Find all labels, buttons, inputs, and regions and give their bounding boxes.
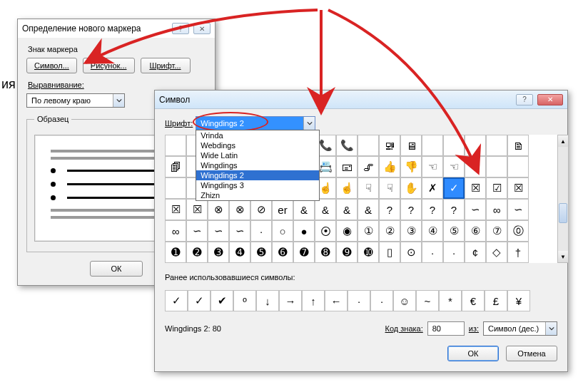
font-option[interactable]: Webdings	[196, 140, 319, 150]
symbol-cell[interactable]: ☝	[336, 177, 358, 199]
recent-symbol-cell[interactable]: ☺	[393, 290, 416, 311]
symbol-cell[interactable]: ∽	[465, 199, 486, 220]
font-option[interactable]: Wingdings	[196, 160, 319, 170]
ok-button[interactable]: ОК	[90, 261, 143, 277]
symbol-cell[interactable]: ∽	[229, 220, 250, 242]
scroll-up-icon[interactable]: ▲	[558, 135, 568, 147]
alignment-value[interactable]	[27, 94, 113, 107]
chevron-down-icon[interactable]	[545, 322, 557, 335]
from-value[interactable]	[484, 322, 545, 335]
symbol-cell[interactable]	[165, 177, 186, 199]
font-button[interactable]: Шрифт...	[141, 58, 191, 73]
symbol-cell[interactable]: ☟	[379, 177, 400, 199]
symbol-cell[interactable]: ⊘	[250, 199, 272, 220]
symbol-cell[interactable]: ⑤	[443, 220, 465, 242]
symbol-cell[interactable]	[165, 135, 186, 156]
symbol-cell[interactable]: ⦿	[315, 220, 336, 242]
from-combo[interactable]	[483, 321, 557, 336]
symbol-cell[interactable]	[422, 135, 443, 156]
symbol-cell[interactable]: ➐	[293, 242, 315, 263]
symbol-cell[interactable]: ☟	[358, 177, 379, 199]
symbol-cell[interactable]: ◉	[336, 220, 358, 242]
recent-symbol-cell[interactable]: ↓	[256, 290, 279, 311]
symbol-cell[interactable]: er	[272, 199, 293, 220]
symbol-cell[interactable]: †	[507, 242, 529, 263]
recent-symbol-cell[interactable]: ~	[416, 290, 439, 311]
symbol-cell[interactable]: ③	[400, 220, 422, 242]
symbol-cell[interactable]: ?	[422, 199, 443, 220]
symbol-cell[interactable]: 👍	[379, 156, 400, 177]
code-input[interactable]	[427, 321, 465, 336]
symbol-cell[interactable]: ➎	[250, 242, 272, 263]
symbol-cell[interactable]: ☒	[507, 177, 529, 199]
font-option[interactable]: Wingdings 3	[196, 180, 319, 190]
symbol-cell[interactable]: ▯	[379, 242, 400, 263]
recent-symbol-cell[interactable]: ↑	[302, 290, 325, 311]
symbol-cell[interactable]: ➋	[186, 242, 208, 263]
recent-symbol-cell[interactable]: ←	[325, 290, 348, 311]
symbol-cell[interactable]: ☞	[465, 156, 486, 177]
symbol-cell[interactable]	[358, 135, 379, 156]
font-dropdown-list[interactable]: VrindaWebdingsWide LatinWingdingsWingdin…	[196, 130, 320, 201]
chevron-down-icon[interactable]	[113, 94, 124, 107]
recent-symbols-row[interactable]: ✓✓✔º↓→↑←··☺~*€£¥	[165, 290, 557, 311]
symbol-cell[interactable]: ?	[443, 199, 465, 220]
symbol-cell[interactable]: ➒	[336, 242, 358, 263]
symbol-cell[interactable]: ✓	[443, 177, 465, 199]
close-button[interactable]: ✕	[537, 94, 563, 105]
recent-symbol-cell[interactable]: ·	[370, 290, 393, 311]
symbol-cell[interactable]: ·	[250, 220, 272, 242]
symbol-cell[interactable]: ➊	[165, 242, 186, 263]
symbol-cell[interactable]: ✗	[422, 177, 443, 199]
chevron-down-icon[interactable]	[303, 117, 315, 130]
symbol-cell[interactable]: ☜	[422, 156, 443, 177]
symbol-cell[interactable]: 🖳	[379, 135, 400, 156]
help-button[interactable]: ?	[172, 23, 189, 34]
font-option[interactable]: Zhizn	[196, 190, 319, 200]
symbol-cell[interactable]: ◇	[486, 242, 507, 263]
symbol-cell[interactable]: ∽	[186, 220, 208, 242]
symbol-cell[interactable]: ➏	[272, 242, 293, 263]
symbol-cell[interactable]: ·	[443, 242, 465, 263]
symbol-cell[interactable]: 🖇	[358, 156, 379, 177]
symbol-cell[interactable]: ➑	[315, 242, 336, 263]
symbol-cell[interactable]: ①	[358, 220, 379, 242]
symbol-cell[interactable]	[507, 156, 529, 177]
recent-symbol-cell[interactable]: º	[233, 290, 256, 311]
symbol-cell[interactable]: ✋	[400, 177, 422, 199]
symbol-cell[interactable]	[465, 135, 486, 156]
symbol-cell[interactable]: ●	[293, 220, 315, 242]
symbol-cell[interactable]: ⑦	[486, 220, 507, 242]
symbol-cell[interactable]: 📞	[336, 135, 358, 156]
symbol-cell[interactable]: &	[315, 199, 336, 220]
symbol-cell[interactable]: 🗎	[507, 135, 529, 156]
font-value[interactable]	[196, 117, 303, 130]
recent-symbol-cell[interactable]: *	[439, 290, 462, 311]
symbol-cell[interactable]: ☒	[186, 199, 208, 220]
symbol-cell[interactable]: 🖃	[336, 156, 358, 177]
font-combo[interactable]: VrindaWebdingsWide LatinWingdingsWingdin…	[196, 116, 315, 130]
symbol-cell[interactable]: ➌	[208, 242, 229, 263]
symbol-cell[interactable]: ➍	[229, 242, 250, 263]
symbol-cell[interactable]: ➓	[358, 242, 379, 263]
recent-symbol-cell[interactable]: ✓	[165, 290, 188, 311]
symbol-cell[interactable]: ☒	[165, 199, 186, 220]
symbol-cell[interactable]: 🖥	[400, 135, 422, 156]
symbol-cell[interactable]: ⊗	[208, 199, 229, 220]
symbol-cell[interactable]: ∽	[507, 199, 529, 220]
symbol-cell[interactable]: ∞	[486, 199, 507, 220]
image-button[interactable]: Рисунок...	[83, 58, 135, 73]
scroll-thumb[interactable]	[559, 203, 567, 223]
symbol-button[interactable]: Символ...	[26, 58, 77, 73]
symbol-cell[interactable]: ⑥	[465, 220, 486, 242]
ok-button[interactable]: ОК	[447, 346, 499, 361]
symbol-cell[interactable]	[486, 135, 507, 156]
font-option[interactable]: Vrinda	[196, 130, 319, 140]
symbol-cell[interactable]: ②	[379, 220, 400, 242]
symbol-cell[interactable]: &	[336, 199, 358, 220]
recent-symbol-cell[interactable]: €	[462, 290, 485, 311]
help-button[interactable]: ?	[516, 94, 533, 105]
symbol-cell[interactable]: ⓪	[507, 220, 529, 242]
symbol-cell[interactable]: ?	[400, 199, 422, 220]
cancel-button[interactable]: Отмена	[506, 346, 557, 361]
